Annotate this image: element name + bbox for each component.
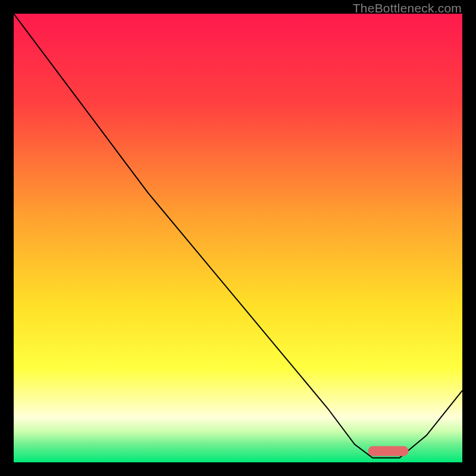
chart-background	[14, 14, 462, 462]
watermark-text: TheBottleneck.com	[353, 1, 462, 15]
optimal-range-marker	[368, 446, 409, 456]
chart-svg	[14, 14, 462, 462]
chart-frame	[14, 14, 462, 462]
